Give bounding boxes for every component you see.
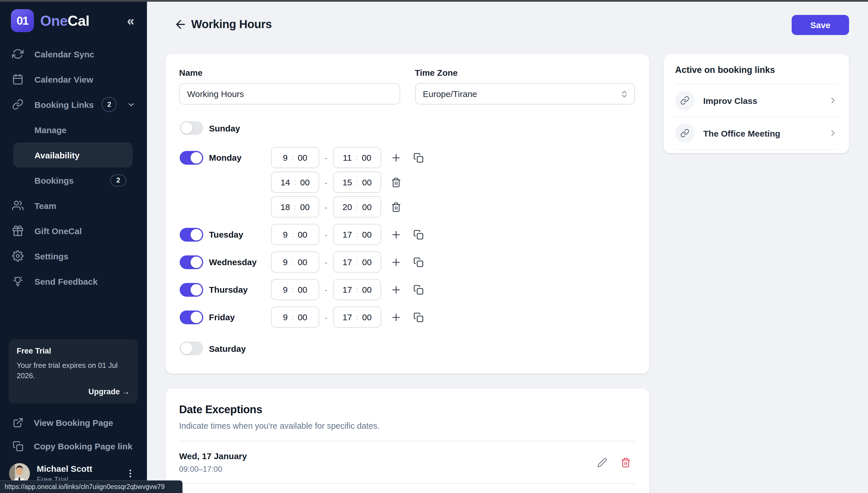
- monday-add-slot-button[interactable]: [390, 152, 402, 163]
- sidebar-item-manage[interactable]: Manage: [0, 117, 147, 142]
- thursday-add-slot-button[interactable]: [390, 284, 402, 295]
- panel-title: Active on booking links: [675, 65, 838, 75]
- sunday-toggle[interactable]: [180, 121, 203, 135]
- view-booking-page-link[interactable]: View Booking Page: [0, 411, 147, 434]
- link-icon: [675, 123, 695, 143]
- copy-booking-page-link[interactable]: Copy Booking Page link: [0, 434, 147, 458]
- exception-date: Wed, 17 January: [179, 451, 247, 461]
- monday-slot1-start[interactable]: 9:00: [271, 147, 319, 168]
- day-row-monday: Monday 9:00 - 11:00 14:00 -: [179, 147, 635, 217]
- booking-link-improv-class[interactable]: Improv Class: [675, 84, 838, 117]
- monday-slot3-end[interactable]: 20:00: [333, 196, 381, 217]
- booking-links-count-badge: 2: [102, 97, 117, 112]
- thursday-slot1-start[interactable]: 9:00: [271, 279, 319, 300]
- sidebar-item-booking-links[interactable]: Booking Links 2: [0, 92, 147, 117]
- profile-name: Michael Scott: [37, 464, 92, 473]
- trash-icon: [391, 202, 401, 212]
- sidebar-item-gift-onecal[interactable]: Gift OneCal: [0, 218, 147, 243]
- friday-slot1-start[interactable]: 9:00: [271, 306, 319, 328]
- active-booking-links-panel: Active on booking links Improv Class The…: [664, 54, 849, 153]
- copy-icon: [413, 284, 424, 295]
- sidebar-item-team[interactable]: Team: [0, 193, 147, 218]
- sidebar-item-availability[interactable]: Availability: [13, 142, 133, 168]
- tuesday-copy-button[interactable]: [413, 229, 424, 240]
- monday-slot2-delete-button[interactable]: [391, 177, 401, 187]
- back-arrow-button[interactable]: [174, 18, 187, 31]
- brand-name: OneCal: [40, 12, 89, 29]
- chevrons-up-down-icon: [619, 89, 629, 99]
- gift-icon: [12, 225, 23, 236]
- timezone-select[interactable]: Europe/Tirane: [415, 83, 635, 104]
- monday-slot3-start[interactable]: 18:00: [271, 196, 319, 217]
- sync-icon: [12, 48, 23, 60]
- day-row-friday: Friday 9:00 - 17:00: [179, 306, 635, 328]
- link-icon: [675, 91, 695, 110]
- friday-add-slot-button[interactable]: [390, 312, 402, 323]
- wednesday-slot1-start[interactable]: 9:00: [271, 251, 319, 273]
- name-label: Name: [179, 68, 400, 78]
- app-window: 01 OneCal « Calendar Sync Calendar View …: [0, 0, 868, 493]
- thursday-copy-button[interactable]: [413, 284, 424, 295]
- bookings-count-badge: 2: [110, 174, 126, 186]
- friday-toggle[interactable]: [180, 310, 203, 324]
- day-row-wednesday: Wednesday 9:00 - 17:00: [179, 251, 635, 273]
- wednesday-add-slot-button[interactable]: [390, 256, 402, 268]
- name-input[interactable]: [179, 83, 400, 104]
- sidebar: 01 OneCal « Calendar Sync Calendar View …: [0, 2, 147, 493]
- tuesday-add-slot-button[interactable]: [390, 229, 402, 240]
- link-icon: [12, 99, 23, 110]
- external-link-icon: [13, 417, 23, 428]
- profile-menu-icon[interactable]: [125, 468, 135, 479]
- monday-toggle[interactable]: [180, 151, 203, 165]
- monday-slot3-delete-button[interactable]: [391, 202, 401, 212]
- delete-trash-icon[interactable]: [620, 457, 631, 468]
- wednesday-copy-button[interactable]: [413, 257, 424, 267]
- tuesday-slot1-start[interactable]: 9:00: [271, 224, 319, 245]
- copy-icon: [13, 441, 23, 452]
- monday-slot2-end[interactable]: 15:00: [333, 172, 381, 193]
- plus-icon: [390, 229, 402, 240]
- date-exceptions-title: Date Exceptions: [179, 404, 635, 416]
- copy-icon: [413, 152, 424, 163]
- sidebar-item-send-feedback[interactable]: Send Feedback: [0, 269, 147, 294]
- date-exceptions-card: Date Exceptions Indicate times when you'…: [165, 389, 649, 493]
- booking-link-the-office-meeting[interactable]: The Office Meeting: [675, 117, 838, 150]
- monday-slot1-end[interactable]: 11:00: [333, 147, 381, 168]
- availability-card: Name Time Zone Europe/Tirane: [165, 54, 649, 373]
- tuesday-slot1-end[interactable]: 17:00: [333, 224, 381, 245]
- calendar-icon: [12, 73, 23, 85]
- date-exceptions-subtitle: Indicate times when you're available for…: [179, 421, 635, 430]
- sidebar-item-calendar-view[interactable]: Calendar View: [0, 67, 147, 92]
- copy-icon: [413, 312, 424, 322]
- upgrade-link[interactable]: Upgrade →: [17, 387, 130, 396]
- monday-copy-button[interactable]: [413, 152, 424, 163]
- wednesday-toggle[interactable]: [180, 255, 203, 269]
- status-bar-url: https://app.onecal.io/links/cln7uiign0es…: [0, 480, 183, 493]
- date-exception-row: Thu, 25 January: [179, 484, 635, 493]
- timezone-label: Time Zone: [415, 68, 635, 78]
- chevron-right-icon: [828, 129, 838, 138]
- wednesday-slot1-end[interactable]: 17:00: [333, 251, 381, 273]
- edit-pencil-icon[interactable]: [597, 457, 607, 468]
- thursday-slot1-end[interactable]: 17:00: [333, 279, 381, 300]
- plus-icon: [390, 152, 402, 163]
- exception-time: 09:00–17:00: [179, 465, 247, 473]
- friday-copy-button[interactable]: [413, 312, 424, 322]
- main-content: Working Hours Save Name Time Zone Europe…: [147, 2, 868, 493]
- collapse-sidebar-icon[interactable]: «: [127, 14, 134, 27]
- sidebar-header: 01 OneCal «: [0, 2, 147, 32]
- friday-slot1-end[interactable]: 17:00: [333, 306, 381, 328]
- sidebar-item-calendar-sync[interactable]: Calendar Sync: [0, 41, 147, 67]
- team-icon: [12, 200, 23, 211]
- monday-slot2-start[interactable]: 14:00: [271, 172, 319, 193]
- save-button[interactable]: Save: [792, 15, 849, 35]
- sidebar-item-settings[interactable]: Settings: [0, 243, 147, 269]
- sidebar-item-bookings[interactable]: Bookings 2: [0, 168, 147, 193]
- chevron-down-icon: [127, 100, 135, 109]
- saturday-toggle[interactable]: [180, 342, 203, 355]
- thursday-toggle[interactable]: [180, 283, 203, 296]
- plus-icon: [390, 256, 402, 268]
- trash-icon: [391, 177, 401, 187]
- lightbulb-icon: [12, 276, 23, 287]
- tuesday-toggle[interactable]: [180, 228, 203, 241]
